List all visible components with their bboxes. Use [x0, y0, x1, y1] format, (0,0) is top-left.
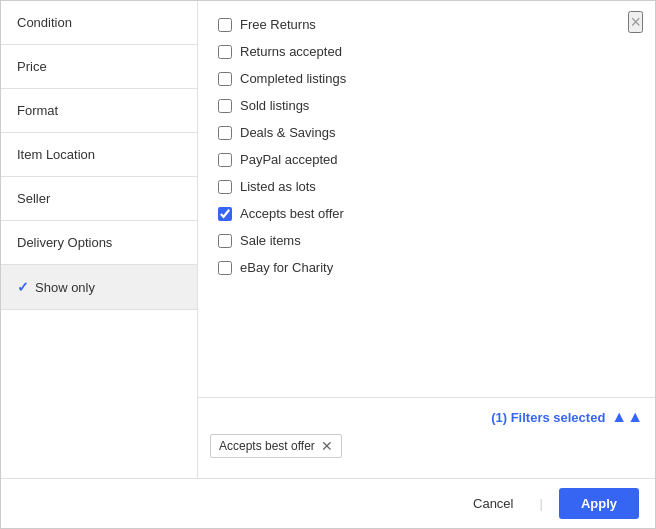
checkbox-label-completed-listings[interactable]: Completed listings [240, 71, 346, 86]
checkbox-listed-as-lots[interactable] [218, 180, 232, 194]
checkbox-item-deals-savings: Deals & Savings [218, 125, 635, 140]
checkbox-paypal-accepted[interactable] [218, 153, 232, 167]
collapse-icon[interactable]: ▲▲ [611, 408, 643, 426]
sidebar-label-delivery-options: Delivery Options [17, 235, 112, 250]
checkbox-free-returns[interactable] [218, 18, 232, 32]
close-button[interactable]: × [628, 11, 643, 33]
filter-tag-close-accepts-best-offer-tag[interactable]: ✕ [321, 439, 333, 453]
checkbox-item-paypal-accepted: PayPal accepted [218, 152, 635, 167]
checkbox-label-listed-as-lots[interactable]: Listed as lots [240, 179, 316, 194]
checkbox-label-sold-listings[interactable]: Sold listings [240, 98, 309, 113]
sidebar-item-condition[interactable]: Condition [1, 1, 197, 45]
checkbox-item-ebay-for-charity: eBay for Charity [218, 260, 635, 275]
checkbox-label-deals-savings[interactable]: Deals & Savings [240, 125, 335, 140]
sidebar-item-delivery-options[interactable]: Delivery Options [1, 221, 197, 265]
filters-selected-row: (1) Filters selected ▲▲ [210, 408, 643, 426]
sidebar-label-seller: Seller [17, 191, 50, 206]
checkbox-accepts-best-offer[interactable] [218, 207, 232, 221]
checkbox-item-accepts-best-offer: Accepts best offer [218, 206, 635, 221]
modal-footer: Cancel | Apply [1, 478, 655, 528]
checkbox-label-sale-items[interactable]: Sale items [240, 233, 301, 248]
checkbox-completed-listings[interactable] [218, 72, 232, 86]
sidebar-label-show-only: Show only [35, 280, 95, 295]
checkbox-list: Free ReturnsReturns acceptedCompleted li… [218, 17, 635, 275]
sidebar-label-condition: Condition [17, 15, 72, 30]
footer-divider: | [539, 496, 542, 511]
checkbox-label-returns-accepted[interactable]: Returns accepted [240, 44, 342, 59]
sidebar-item-show-only[interactable]: ✓Show only [1, 265, 197, 310]
sidebar-label-price: Price [17, 59, 47, 74]
filters-bar: (1) Filters selected ▲▲ Accepts best off… [198, 397, 655, 468]
modal-container: × ConditionPriceFormatItem LocationSelle… [0, 0, 656, 529]
checkbox-item-sold-listings: Sold listings [218, 98, 635, 113]
apply-button[interactable]: Apply [559, 488, 639, 519]
checkbox-label-ebay-for-charity[interactable]: eBay for Charity [240, 260, 333, 275]
sidebar-item-item-location[interactable]: Item Location [1, 133, 197, 177]
cancel-button[interactable]: Cancel [463, 490, 523, 517]
filter-tags: Accepts best offer✕ [210, 434, 643, 458]
checkbox-ebay-for-charity[interactable] [218, 261, 232, 275]
sidebar-item-seller[interactable]: Seller [1, 177, 197, 221]
checkbox-item-completed-listings: Completed listings [218, 71, 635, 86]
checkbox-label-free-returns[interactable]: Free Returns [240, 17, 316, 32]
filter-tag-accepts-best-offer-tag: Accepts best offer✕ [210, 434, 342, 458]
checkbox-sale-items[interactable] [218, 234, 232, 248]
sidebar-checkmark-show-only: ✓ [17, 279, 29, 295]
sidebar-item-price[interactable]: Price [1, 45, 197, 89]
sidebar-label-format: Format [17, 103, 58, 118]
checkbox-label-accepts-best-offer[interactable]: Accepts best offer [240, 206, 344, 221]
filter-tag-label-accepts-best-offer-tag: Accepts best offer [219, 439, 315, 453]
sidebar-label-item-location: Item Location [17, 147, 95, 162]
checkbox-sold-listings[interactable] [218, 99, 232, 113]
filters-count: (1) Filters selected [491, 410, 605, 425]
sidebar: ConditionPriceFormatItem LocationSellerD… [1, 1, 198, 478]
checkbox-deals-savings[interactable] [218, 126, 232, 140]
checkbox-label-paypal-accepted[interactable]: PayPal accepted [240, 152, 338, 167]
sidebar-item-format[interactable]: Format [1, 89, 197, 133]
checkbox-returns-accepted[interactable] [218, 45, 232, 59]
checkbox-item-returns-accepted: Returns accepted [218, 44, 635, 59]
checkbox-item-sale-items: Sale items [218, 233, 635, 248]
checkbox-item-listed-as-lots: Listed as lots [218, 179, 635, 194]
checkbox-item-free-returns: Free Returns [218, 17, 635, 32]
